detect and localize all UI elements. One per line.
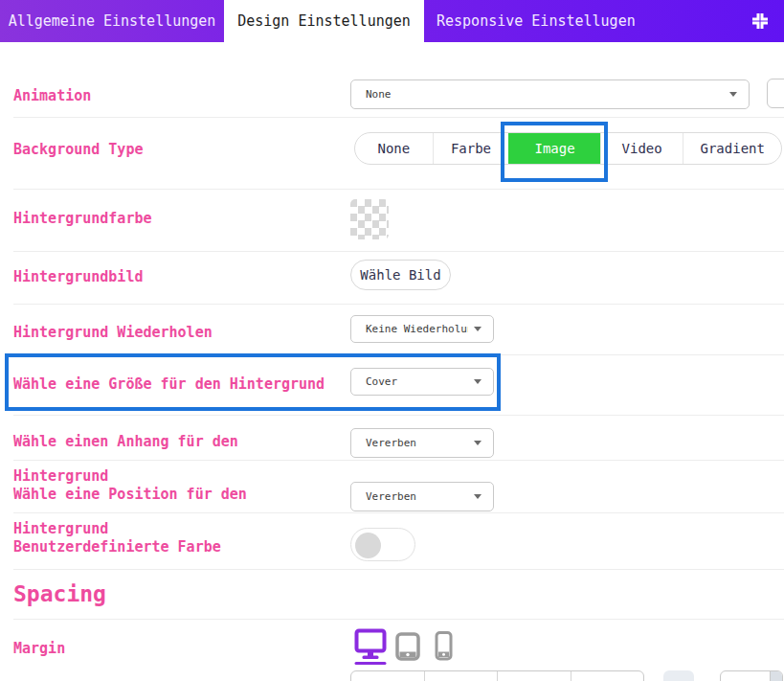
- tab-bar: Allgemeine Einstellungen Design Einstell…: [0, 0, 784, 42]
- custom-color-toggle[interactable]: [350, 528, 415, 561]
- background-attachment-label-wrap: Hintergrund: [13, 467, 339, 486]
- background-size-select-value: Cover: [366, 375, 468, 388]
- section-divider: [13, 619, 784, 620]
- background-type-option-image[interactable]: Image: [508, 133, 600, 164]
- background-position-label: Wähle eine Position für den: [13, 486, 339, 504]
- row-divider: [13, 512, 784, 513]
- choose-image-button[interactable]: Wähle Bild: [350, 260, 451, 290]
- tab-allgemeine-einstellungen[interactable]: Allgemeine Einstellungen: [0, 0, 224, 42]
- background-size-label: Wähle eine Größe für den Hintergrund: [13, 375, 339, 394]
- background-image-label: Hintergrundbild: [13, 268, 339, 286]
- margin-left-input[interactable]: [571, 671, 644, 681]
- background-type-option-farbe[interactable]: Farbe: [433, 133, 509, 164]
- row-divider: [13, 354, 784, 355]
- tablet-icon[interactable]: [395, 632, 420, 665]
- settings-panel: Allgemeine Einstellungen Design Einstell…: [0, 0, 784, 681]
- margin-values-input-group[interactable]: [350, 670, 644, 681]
- device-switcher: [354, 628, 453, 669]
- caret-down-icon: [474, 327, 482, 331]
- background-type-option-gradient[interactable]: Gradient: [683, 133, 781, 164]
- caret-down-icon: [474, 441, 482, 445]
- background-color-swatch[interactable]: [350, 199, 389, 239]
- background-repeat-label: Hintergrund Wiederholen: [13, 324, 339, 342]
- desktop-icon[interactable]: [354, 628, 387, 669]
- background-repeat-select[interactable]: Keine Wiederholung: [350, 315, 494, 343]
- row-divider: [13, 304, 784, 305]
- background-position-select-value: Vererben: [366, 490, 468, 503]
- margin-number-input[interactable]: [720, 670, 783, 681]
- clipped-control[interactable]: [767, 79, 784, 108]
- row-divider: [13, 460, 784, 461]
- caret-down-icon: [474, 494, 482, 499]
- row-divider: [13, 189, 784, 190]
- row-divider: [13, 569, 784, 570]
- toggle-knob: [355, 533, 381, 558]
- row-divider: [13, 117, 784, 118]
- caret-down-icon: [729, 92, 737, 97]
- background-type-label: Background Type: [13, 141, 339, 159]
- background-type-option-video[interactable]: Video: [600, 133, 683, 164]
- margin-bottom-input[interactable]: [497, 671, 571, 681]
- background-color-label: Hintergrundfarbe: [13, 210, 339, 228]
- caret-down-icon: [474, 379, 482, 384]
- background-type-option-none[interactable]: None: [355, 133, 433, 164]
- tab-responsive-einstellungen[interactable]: Responsive Einstellugen: [424, 0, 711, 42]
- compress-icon[interactable]: [750, 11, 771, 32]
- background-repeat-select-value: Keine Wiederholung: [366, 323, 468, 335]
- background-position-label-wrap: Hintergrund: [13, 520, 339, 538]
- number-stepper[interactable]: [770, 671, 782, 681]
- margin-right-input[interactable]: [424, 671, 498, 681]
- background-size-select[interactable]: Cover: [350, 368, 494, 396]
- mobile-icon[interactable]: [435, 631, 453, 665]
- background-position-select[interactable]: Vererben: [350, 482, 494, 511]
- custom-color-label: Benutzerdefinierte Farbe: [13, 538, 339, 556]
- animation-select[interactable]: None: [350, 79, 750, 109]
- row-divider: [13, 251, 784, 252]
- row-divider: [13, 415, 784, 416]
- margin-label: Margin: [13, 640, 339, 658]
- background-type-button-group: None Farbe Image Video Gradient: [354, 132, 782, 165]
- animation-label: Animation: [13, 87, 339, 105]
- margin-top-input[interactable]: [351, 671, 424, 681]
- tab-design-einstellungen[interactable]: Design Einstellungen: [224, 0, 424, 42]
- background-attachment-select[interactable]: Vererben: [350, 428, 494, 458]
- background-attachment-select-value: Vererben: [366, 437, 468, 449]
- spacing-heading: Spacing: [13, 581, 106, 606]
- link-values-button[interactable]: [663, 670, 694, 681]
- background-attachment-label: Wähle einen Anhang für den: [13, 433, 339, 451]
- animation-select-value: None: [366, 88, 724, 101]
